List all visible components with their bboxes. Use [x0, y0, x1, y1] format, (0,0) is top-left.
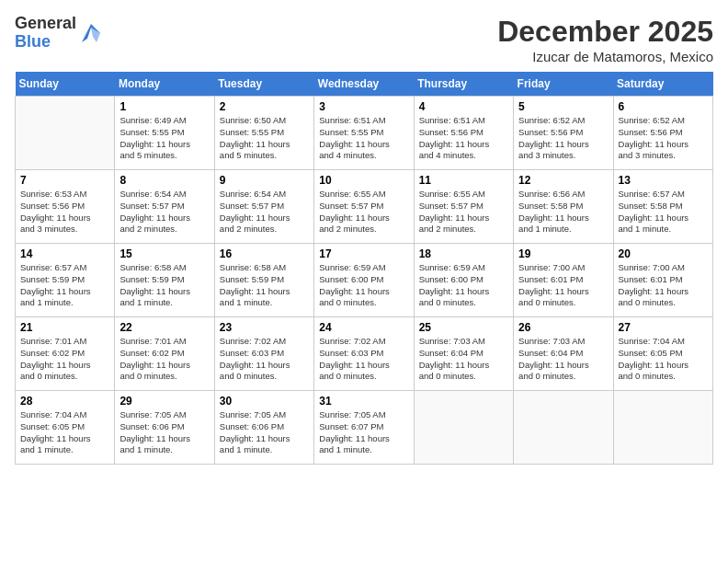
calendar-cell: 13Sunrise: 6:57 AMSunset: 5:58 PMDayligh… [613, 170, 712, 244]
logo-general: General [15, 15, 76, 33]
calendar-body: 1Sunrise: 6:49 AMSunset: 5:55 PMDaylight… [16, 97, 713, 465]
day-number: 29 [119, 395, 209, 408]
calendar-cell [414, 391, 513, 465]
logo-icon [78, 20, 104, 46]
page-header: General Blue December 2025 Izucar de Mat… [15, 15, 713, 64]
day-info: Sunrise: 6:53 AMSunset: 5:56 PMDaylight:… [20, 189, 109, 236]
day-info: Sunrise: 6:57 AMSunset: 5:59 PMDaylight:… [20, 262, 109, 309]
day-number: 8 [119, 174, 209, 187]
calendar-cell: 29Sunrise: 7:05 AMSunset: 6:06 PMDayligh… [115, 391, 214, 465]
calendar-cell: 21Sunrise: 7:01 AMSunset: 6:02 PMDayligh… [16, 317, 115, 391]
day-number: 15 [119, 247, 209, 260]
calendar-cell: 17Sunrise: 6:59 AMSunset: 6:00 PMDayligh… [314, 244, 414, 317]
calendar-cell: 11Sunrise: 6:55 AMSunset: 5:57 PMDayligh… [414, 170, 513, 244]
weekday-header-friday: Friday [514, 72, 613, 97]
day-info: Sunrise: 6:50 AMSunset: 5:55 PMDaylight:… [220, 115, 309, 162]
logo-blue: Blue [15, 33, 76, 52]
day-number: 1 [119, 100, 209, 113]
calendar-table: SundayMondayTuesdayWednesdayThursdayFrid… [15, 72, 713, 465]
calendar-header: SundayMondayTuesdayWednesdayThursdayFrid… [16, 72, 713, 97]
day-number: 17 [319, 247, 408, 260]
calendar-cell [16, 97, 115, 170]
calendar-cell: 4Sunrise: 6:51 AMSunset: 5:56 PMDaylight… [414, 97, 513, 170]
weekday-header-thursday: Thursday [414, 72, 513, 97]
weekday-header-sunday: Sunday [16, 72, 115, 97]
day-info: Sunrise: 6:58 AMSunset: 5:59 PMDaylight:… [119, 262, 209, 309]
calendar-cell [514, 391, 613, 465]
day-number: 6 [619, 100, 708, 113]
calendar-cell: 1Sunrise: 6:49 AMSunset: 5:55 PMDaylight… [115, 97, 214, 170]
calendar-cell: 24Sunrise: 7:02 AMSunset: 6:03 PMDayligh… [314, 317, 414, 391]
day-info: Sunrise: 6:49 AMSunset: 5:55 PMDaylight:… [119, 115, 209, 162]
day-number: 18 [419, 247, 508, 260]
calendar-cell: 6Sunrise: 6:52 AMSunset: 5:56 PMDaylight… [613, 97, 712, 170]
calendar-cell: 31Sunrise: 7:05 AMSunset: 6:07 PMDayligh… [314, 391, 414, 465]
day-info: Sunrise: 7:02 AMSunset: 6:03 PMDaylight:… [220, 336, 309, 383]
day-info: Sunrise: 6:59 AMSunset: 6:00 PMDaylight:… [419, 262, 508, 309]
day-number: 16 [220, 247, 309, 260]
day-info: Sunrise: 7:05 AMSunset: 6:07 PMDaylight:… [319, 409, 408, 456]
weekday-header-row: SundayMondayTuesdayWednesdayThursdayFrid… [16, 72, 713, 97]
day-number: 27 [619, 321, 708, 334]
calendar-cell: 2Sunrise: 6:50 AMSunset: 5:55 PMDaylight… [214, 97, 313, 170]
day-number: 2 [220, 100, 309, 113]
calendar-cell: 23Sunrise: 7:02 AMSunset: 6:03 PMDayligh… [214, 317, 313, 391]
day-info: Sunrise: 6:51 AMSunset: 5:56 PMDaylight:… [419, 115, 508, 162]
day-number: 14 [20, 247, 109, 260]
day-number: 7 [20, 174, 109, 187]
day-info: Sunrise: 7:02 AMSunset: 6:03 PMDaylight:… [319, 336, 408, 383]
day-number: 20 [619, 247, 708, 260]
day-info: Sunrise: 6:52 AMSunset: 5:56 PMDaylight:… [619, 115, 708, 162]
calendar-cell: 16Sunrise: 6:58 AMSunset: 5:59 PMDayligh… [214, 244, 313, 317]
day-number: 23 [220, 321, 309, 334]
calendar-cell: 18Sunrise: 6:59 AMSunset: 6:00 PMDayligh… [414, 244, 513, 317]
day-number: 5 [518, 100, 608, 113]
calendar-cell: 10Sunrise: 6:55 AMSunset: 5:57 PMDayligh… [314, 170, 414, 244]
calendar-cell: 27Sunrise: 7:04 AMSunset: 6:05 PMDayligh… [613, 317, 712, 391]
calendar-week-row: 7Sunrise: 6:53 AMSunset: 5:56 PMDaylight… [16, 170, 713, 244]
calendar-cell: 19Sunrise: 7:00 AMSunset: 6:01 PMDayligh… [514, 244, 613, 317]
day-number: 25 [419, 321, 508, 334]
day-info: Sunrise: 6:57 AMSunset: 5:58 PMDaylight:… [619, 189, 708, 236]
month-title: December 2025 [497, 15, 713, 49]
calendar-cell: 30Sunrise: 7:05 AMSunset: 6:06 PMDayligh… [214, 391, 313, 465]
day-number: 12 [518, 174, 608, 187]
calendar-cell: 8Sunrise: 6:54 AMSunset: 5:57 PMDaylight… [115, 170, 214, 244]
weekday-header-saturday: Saturday [613, 72, 712, 97]
day-info: Sunrise: 6:56 AMSunset: 5:58 PMDaylight:… [518, 189, 608, 236]
day-number: 9 [220, 174, 309, 187]
day-info: Sunrise: 6:51 AMSunset: 5:55 PMDaylight:… [319, 115, 408, 162]
calendar-cell: 3Sunrise: 6:51 AMSunset: 5:55 PMDaylight… [314, 97, 414, 170]
day-info: Sunrise: 7:00 AMSunset: 6:01 PMDaylight:… [518, 262, 608, 309]
weekday-header-wednesday: Wednesday [314, 72, 414, 97]
day-number: 26 [518, 321, 608, 334]
calendar-cell: 5Sunrise: 6:52 AMSunset: 5:56 PMDaylight… [514, 97, 613, 170]
calendar-cell: 12Sunrise: 6:56 AMSunset: 5:58 PMDayligh… [514, 170, 613, 244]
calendar-cell: 28Sunrise: 7:04 AMSunset: 6:05 PMDayligh… [16, 391, 115, 465]
day-number: 3 [319, 100, 408, 113]
calendar-cell: 20Sunrise: 7:00 AMSunset: 6:01 PMDayligh… [613, 244, 712, 317]
calendar-week-row: 1Sunrise: 6:49 AMSunset: 5:55 PMDaylight… [16, 97, 713, 170]
logo: General Blue [15, 15, 104, 52]
calendar-week-row: 28Sunrise: 7:04 AMSunset: 6:05 PMDayligh… [16, 391, 713, 465]
day-info: Sunrise: 6:55 AMSunset: 5:57 PMDaylight:… [419, 189, 508, 236]
day-number: 21 [20, 321, 109, 334]
day-info: Sunrise: 7:03 AMSunset: 6:04 PMDaylight:… [518, 336, 608, 383]
day-info: Sunrise: 7:03 AMSunset: 6:04 PMDaylight:… [419, 336, 508, 383]
day-number: 31 [319, 395, 408, 408]
day-info: Sunrise: 6:59 AMSunset: 6:00 PMDaylight:… [319, 262, 408, 309]
calendar-cell: 25Sunrise: 7:03 AMSunset: 6:04 PMDayligh… [414, 317, 513, 391]
day-info: Sunrise: 6:55 AMSunset: 5:57 PMDaylight:… [319, 189, 408, 236]
calendar-cell: 9Sunrise: 6:54 AMSunset: 5:57 PMDaylight… [214, 170, 313, 244]
calendar-cell: 26Sunrise: 7:03 AMSunset: 6:04 PMDayligh… [514, 317, 613, 391]
day-number: 11 [419, 174, 508, 187]
weekday-header-tuesday: Tuesday [214, 72, 313, 97]
day-info: Sunrise: 7:04 AMSunset: 6:05 PMDaylight:… [20, 409, 109, 456]
day-info: Sunrise: 7:01 AMSunset: 6:02 PMDaylight:… [20, 336, 109, 383]
weekday-header-monday: Monday [115, 72, 214, 97]
calendar-cell: 15Sunrise: 6:58 AMSunset: 5:59 PMDayligh… [115, 244, 214, 317]
day-number: 13 [619, 174, 708, 187]
location-title: Izucar de Matamoros, Mexico [497, 49, 713, 64]
day-number: 30 [220, 395, 309, 408]
day-info: Sunrise: 7:05 AMSunset: 6:06 PMDaylight:… [119, 409, 209, 456]
